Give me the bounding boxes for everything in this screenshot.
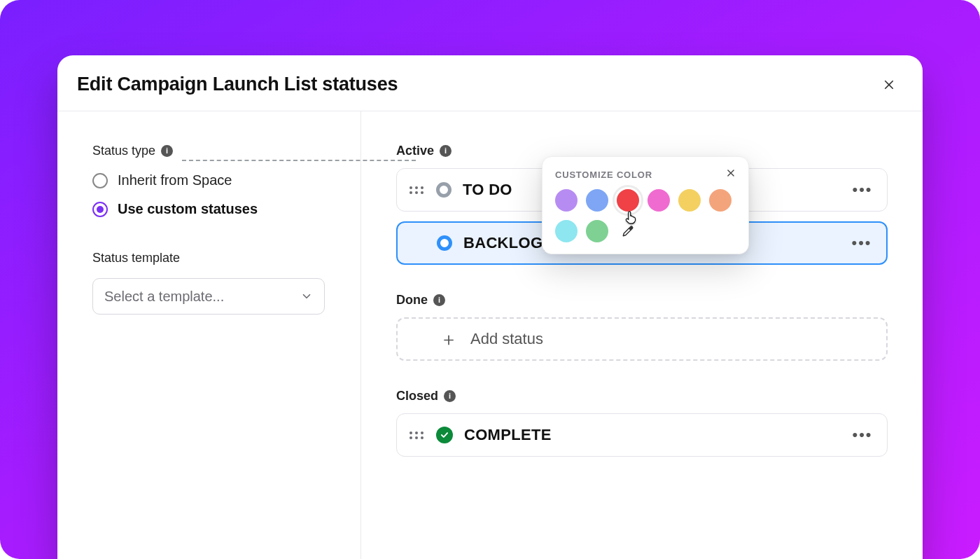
popover-title: CUSTOMIZE COLOR	[555, 170, 652, 180]
radio-inherit-from-space[interactable]: Inherit from Space	[92, 172, 326, 188]
drag-handle-icon[interactable]	[410, 432, 424, 439]
info-icon[interactable]: i	[444, 390, 456, 402]
status-type-radio-group: Inherit from Space Use custom statuses	[92, 172, 326, 217]
info-icon[interactable]: i	[440, 145, 451, 157]
status-name: TO DO	[463, 181, 512, 199]
radio-indicator	[92, 202, 108, 217]
modal-header: Edit Campaign Launch List statuses	[57, 55, 923, 111]
status-more-button[interactable]: •••	[850, 231, 874, 255]
eyedropper-button[interactable]	[617, 220, 639, 242]
popover-close-button[interactable]	[726, 168, 736, 181]
chevron-down-icon	[300, 290, 313, 303]
status-template-select[interactable]: Select a template...	[92, 278, 325, 315]
color-swatch-grid	[555, 189, 736, 242]
status-more-button[interactable]: •••	[850, 178, 874, 202]
radio-indicator	[92, 173, 108, 188]
info-icon[interactable]: i	[433, 294, 445, 306]
select-placeholder: Select a template...	[104, 289, 224, 305]
color-swatch-blue[interactable]	[586, 189, 608, 212]
settings-sidebar: Status type i Inherit from Space Use cus…	[57, 111, 361, 559]
add-status-button[interactable]: ＋ Add status	[396, 317, 888, 361]
status-editor: Active i TO DO ••• BACKLOG •••	[361, 111, 923, 559]
color-swatch-yellow[interactable]	[678, 189, 701, 212]
radio-use-custom-statuses[interactable]: Use custom statuses	[92, 201, 326, 217]
status-template-label: Status template	[92, 251, 326, 265]
status-color-indicator[interactable]	[437, 235, 452, 251]
color-swatch-red[interactable]	[617, 189, 639, 212]
section-closed-label: Closed i	[396, 389, 888, 403]
radio-label: Use custom statuses	[118, 201, 258, 217]
plus-icon: ＋	[440, 327, 458, 352]
status-name-input[interactable]: BACKLOG	[463, 234, 545, 252]
status-color-indicator[interactable]	[436, 182, 451, 198]
status-row-complete[interactable]: COMPLETE •••	[396, 413, 888, 457]
close-icon	[883, 78, 895, 91]
drag-handle-icon[interactable]	[410, 186, 424, 194]
color-swatch-pink[interactable]	[648, 189, 670, 212]
customize-color-popover: CUSTOMIZE COLOR	[542, 156, 749, 254]
modal-title: Edit Campaign Launch List statuses	[77, 74, 398, 95]
info-icon[interactable]: i	[161, 145, 173, 157]
radio-label: Inherit from Space	[118, 172, 232, 188]
status-type-label: Status type i	[92, 144, 326, 158]
close-modal-button[interactable]	[879, 75, 899, 95]
eyedropper-icon	[621, 224, 635, 238]
add-status-label: Add status	[470, 330, 543, 348]
color-swatch-purple[interactable]	[555, 189, 578, 212]
status-name: COMPLETE	[464, 426, 552, 444]
close-icon	[726, 168, 736, 178]
color-swatch-cyan[interactable]	[555, 220, 578, 242]
status-complete-indicator[interactable]	[436, 427, 453, 443]
status-more-button[interactable]: •••	[850, 423, 874, 447]
color-swatch-green[interactable]	[586, 220, 608, 242]
status-type-text: Status type	[92, 144, 155, 158]
color-swatch-orange[interactable]	[709, 189, 732, 212]
status-template-section: Status template Select a template...	[92, 251, 326, 315]
edit-statuses-modal: Edit Campaign Launch List statuses Statu…	[57, 55, 923, 559]
check-icon	[440, 430, 449, 440]
section-done-label: Done i	[396, 293, 888, 308]
